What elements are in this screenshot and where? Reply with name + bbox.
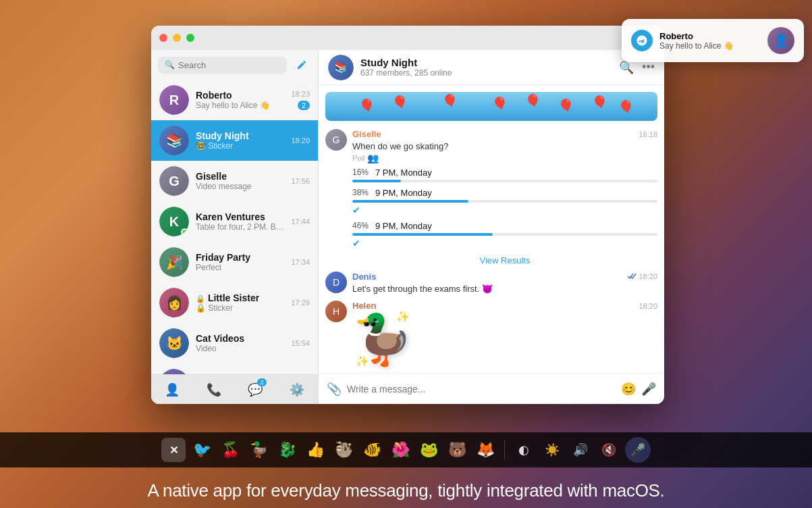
dock-item-duck[interactable]: 🦆	[246, 438, 271, 462]
minimize-button[interactable]	[173, 34, 181, 42]
msg-sender-giselle: Giselle	[352, 129, 381, 139]
view-results[interactable]: View Results	[352, 254, 657, 266]
msg-text-giselle: When do we go skating?	[352, 141, 657, 153]
chat-main: 📚 Study Night 637 members, 285 online 🔍 …	[319, 50, 664, 404]
chat-name-sister: 🔒 Little Sister	[196, 293, 284, 303]
avatar-friday: 🎉	[159, 247, 189, 277]
poll-wrapper: 16% 7 PM, Monday 38%	[352, 168, 657, 266]
chat-item-giselle[interactable]: G Giselle Video message 17:56	[151, 161, 318, 201]
dock-item-thumbs[interactable]: 👍	[303, 438, 327, 462]
chat-meta-giselle: 17:56	[291, 177, 310, 185]
msg-time-helen: 18:20	[639, 302, 657, 310]
msg-avatar-denis: D	[325, 272, 347, 293]
attach-button[interactable]: 📎	[327, 382, 342, 397]
chats-button[interactable]: 💬 2	[244, 378, 267, 401]
maximize-button[interactable]	[186, 34, 194, 42]
chat-time-friday: 17:34	[291, 258, 310, 266]
chat-info-cat: Cat Videos Video	[196, 333, 284, 353]
chat-preview-friday: Perfect	[196, 263, 284, 272]
chat-list: R Roberto Say hello to Alice 👋 18:23 2 📚	[151, 80, 318, 374]
dock-item-flower[interactable]: 🌺	[388, 438, 412, 462]
sidebar: 🔍 R Roberto Say hello to	[151, 50, 319, 404]
telegram-icon	[631, 30, 653, 51]
close-button[interactable]	[159, 34, 167, 42]
poll-label: Poll 👥	[352, 153, 657, 163]
dock-item-dragon[interactable]: 🐉	[275, 438, 299, 462]
chat-info-friday: Friday Party Perfect	[196, 252, 284, 272]
online-indicator-karen	[181, 228, 188, 236]
chat-item-roberto[interactable]: R Roberto Say hello to Alice 👋 18:23 2	[151, 80, 318, 120]
contacts-button[interactable]: 👤	[161, 378, 184, 401]
msg-text-denis: Let's get through the exams first. 😈	[352, 283, 657, 295]
dock-item-sloth[interactable]: 🦥	[331, 438, 356, 462]
chat-meta-study-night: 18:20	[291, 136, 310, 145]
avatar-roberto: R	[159, 85, 189, 115]
volume-button[interactable]: 🔊	[568, 438, 593, 462]
settings-button[interactable]: ⚙️	[286, 378, 308, 401]
dock-item-fox[interactable]: 🦊	[473, 438, 497, 462]
siri-button[interactable]: 🎤	[625, 437, 651, 463]
chat-meta-friday: 17:34	[291, 258, 310, 266]
avatar-karen: K	[159, 207, 189, 236]
notification-sender: Roberto	[659, 31, 761, 41]
chats-badge: 2	[257, 378, 267, 386]
sticker-duck: 🦆 🕶️ ✨ ✨	[352, 315, 413, 363]
chat-time-cat: 15:54	[291, 339, 310, 347]
notification-avatar: 👤	[767, 27, 794, 54]
msg-time-giselle: 16:18	[639, 130, 657, 138]
chat-time-sister: 17:29	[291, 299, 310, 307]
msg-time-denis: 18:20	[627, 272, 657, 280]
dock: ✕ 🐦 🍒 🦆 🐉 👍 🦥 🐠 🌺 🐸 🐻 🦊 ◐ ☀️ 🔊 🔇 🎤	[0, 432, 812, 467]
more-options-button[interactable]: •••	[642, 60, 655, 74]
chat-name-daniel: Daniel	[196, 374, 284, 374]
chat-info-study-night: Study Night 🤓 Sticker	[196, 130, 284, 151]
view-results-link[interactable]: View Results	[480, 255, 531, 265]
chat-preview-karen: Table for four, 2 PM. Be there.	[196, 222, 284, 232]
notification-message: Say hello to Alice 👋	[659, 41, 761, 51]
search-input[interactable]	[178, 60, 280, 70]
dark-mode-button[interactable]: ◐	[512, 438, 536, 462]
notification-popup[interactable]: Roberto Say hello to Alice 👋 👤	[622, 19, 804, 62]
message-input[interactable]	[347, 384, 616, 395]
emoji-button[interactable]: 😊	[621, 382, 636, 397]
chat-preview-giselle: Video message	[196, 182, 284, 191]
chat-item-friday[interactable]: 🎉 Friday Party Perfect 17:34	[151, 242, 318, 282]
dock-item-bird[interactable]: 🐦	[190, 438, 214, 462]
chat-item-karen[interactable]: K Karen Ventures Table for four, 2 PM. B…	[151, 201, 318, 242]
dock-item-fish[interactable]: 🐠	[360, 438, 384, 462]
dock-item-bear[interactable]: 🐻	[445, 438, 469, 462]
notification-content: Roberto Say hello to Alice 👋	[659, 31, 761, 51]
dock-item-cherry[interactable]: 🍒	[218, 438, 242, 462]
chat-item-sister[interactable]: 👩 🔒 Little Sister 🔒 Sticker 17:29	[151, 282, 318, 323]
dock-item-frog[interactable]: 🐸	[416, 438, 441, 462]
chat-item-cat[interactable]: 🐱 Cat Videos Video 15:54	[151, 323, 318, 363]
chat-preview-cat: Video	[196, 344, 284, 353]
chat-info-karen: Karen Ventures Table for four, 2 PM. Be …	[196, 211, 284, 232]
search-input-wrap[interactable]: 🔍	[158, 57, 287, 74]
poll-option-1[interactable]: 16% 7 PM, Monday	[352, 168, 657, 182]
chat-name-friday: Friday Party	[196, 252, 284, 263]
chat-info-roberto: Roberto Say hello to Alice 👋	[196, 90, 284, 110]
chat-messages: 🎈 🎈 🎈 🎈 🎈 🎈 🎈 🎈 G Giselle 16:18	[319, 85, 664, 373]
dock-item-close[interactable]: ✕	[161, 438, 186, 462]
message-denis: D Denis 18:20 Let's get through the exam…	[325, 272, 657, 295]
voice-button[interactable]: 🎤	[641, 382, 656, 397]
avatar-cat: 🐱	[159, 328, 189, 358]
mute-button[interactable]: 🔇	[597, 438, 621, 462]
chat-info-daniel: Daniel Do you have any idea what	[196, 374, 284, 374]
badge-roberto: 2	[298, 101, 310, 110]
calls-button[interactable]: 📞	[202, 378, 225, 401]
brightness-button[interactable]: ☀️	[540, 438, 564, 462]
msg-sender-helen: Helen	[352, 301, 376, 311]
hero-image: 🎈 🎈 🎈 🎈 🎈 🎈 🎈 🎈	[325, 92, 657, 121]
chat-item-daniel[interactable]: D Daniel Do you have any idea what 14:28	[151, 363, 318, 374]
poll-option-3[interactable]: 46% 9 PM, Monday ✔	[352, 221, 657, 249]
compose-button[interactable]	[292, 55, 311, 74]
poll-option-2[interactable]: 38% 9 PM, Monday ✔	[352, 188, 657, 215]
msg-avatar-giselle: G	[325, 129, 347, 151]
search-icon: 🔍	[165, 60, 175, 70]
chat-meta-karen: 17:44	[291, 218, 310, 226]
title-bar	[151, 26, 664, 50]
chat-item-study-night[interactable]: 📚 Study Night 🤓 Sticker 18:20	[151, 120, 318, 161]
avatar-giselle: G	[159, 166, 189, 196]
